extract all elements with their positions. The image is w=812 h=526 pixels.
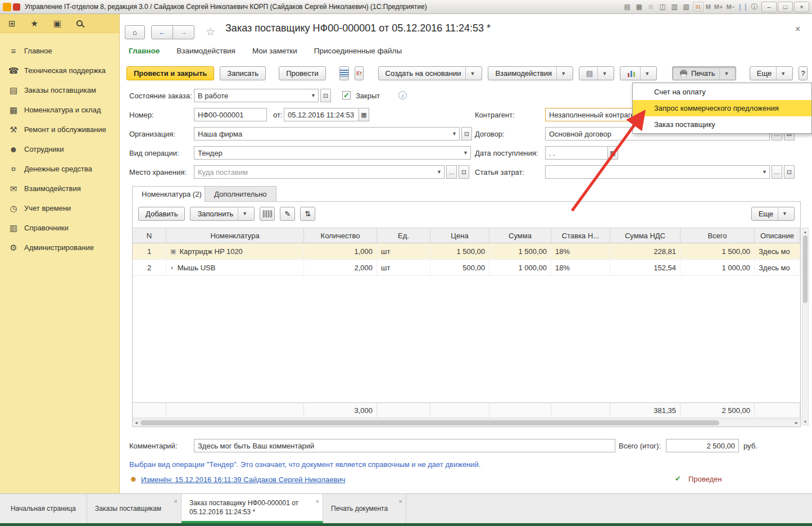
tab-close-icon[interactable]: × bbox=[174, 497, 178, 506]
scrollbar-thumb[interactable] bbox=[803, 235, 808, 303]
vertical-scrollbar[interactable]: ▲ ▼ bbox=[802, 228, 809, 425]
memory-store-button[interactable]: M bbox=[706, 3, 711, 10]
add-row-button[interactable]: Добавить bbox=[138, 207, 185, 221]
cost-item-ellipsis-button[interactable]: … bbox=[772, 165, 782, 179]
favorites-star-icon[interactable]: ★ bbox=[31, 19, 38, 29]
storage-open-button[interactable]: ⊡ bbox=[459, 165, 469, 179]
sidebar-item-main[interactable]: ≡ Главное bbox=[0, 41, 119, 61]
modified-link[interactable]: Изменён: 15.12.2016 16:11:39 Сайдаков Се… bbox=[141, 475, 345, 484]
info-menu-icon[interactable]: ⓘ bbox=[749, 2, 760, 12]
print-button[interactable]: Печать ▼ bbox=[672, 66, 737, 80]
col-quantity[interactable]: Количество bbox=[304, 228, 377, 243]
sidebar-item-repair[interactable]: ⚒ Ремонт и обслуживание bbox=[0, 120, 119, 139]
date-calendar-button[interactable]: ▦ bbox=[359, 108, 369, 121]
col-vat-amount[interactable]: Сумма НДС bbox=[610, 228, 681, 243]
col-amount[interactable]: Сумма bbox=[489, 228, 551, 243]
scroll-right-icon[interactable]: ► bbox=[793, 419, 800, 427]
sidebar-item-nomenclature[interactable]: ▦ Номенклатура и склад bbox=[0, 100, 119, 120]
post-button[interactable]: Провести bbox=[279, 66, 326, 80]
maximize-button[interactable]: □ bbox=[778, 2, 793, 12]
minimize-button[interactable]: – bbox=[761, 2, 777, 12]
menu-item-supplier-order[interactable]: Заказ поставщику bbox=[633, 116, 811, 133]
dtkt-icon[interactable]: Кт bbox=[355, 66, 364, 80]
list-icon[interactable]: ▥ bbox=[669, 2, 680, 12]
documents-icon[interactable]: ▤ bbox=[622, 2, 633, 12]
grid-icon[interactable]: ▧ bbox=[681, 2, 692, 12]
search-icon[interactable] bbox=[76, 20, 83, 26]
more-button[interactable]: Еще ▼ bbox=[750, 66, 793, 80]
table-icon[interactable]: ▦ bbox=[634, 2, 645, 12]
scrollbar-thumb[interactable] bbox=[140, 420, 719, 425]
grand-total-field[interactable]: 2 500,00 bbox=[666, 439, 739, 452]
organization-open-button[interactable]: ⊡ bbox=[461, 127, 472, 140]
favorite-star-icon[interactable]: ☆ bbox=[206, 25, 215, 38]
sidebar-item-catalogs[interactable]: ▥ Справочники bbox=[0, 218, 119, 238]
reports-menu-button[interactable]: ▼ bbox=[620, 66, 657, 80]
col-unit[interactable]: Ед. bbox=[377, 228, 430, 243]
horizontal-scrollbar[interactable]: ◄ ► bbox=[133, 419, 800, 427]
chevron-down-icon[interactable]: ▼ bbox=[452, 131, 457, 137]
chevron-down-icon[interactable]: ▼ bbox=[437, 169, 442, 175]
storage-field[interactable]: Куда поставим ▼ bbox=[194, 165, 444, 179]
form-close-icon[interactable]: × bbox=[795, 24, 800, 34]
tab-close-icon[interactable]: × bbox=[399, 497, 402, 506]
grid-more-button[interactable]: Еще ▼ bbox=[751, 207, 795, 221]
col-total[interactable]: Всего bbox=[681, 228, 755, 243]
tab-interactions[interactable]: Взаимодействия bbox=[176, 47, 235, 57]
col-description[interactable]: Описание bbox=[755, 228, 800, 243]
chevron-down-icon[interactable]: ▼ bbox=[762, 169, 767, 175]
create-document-menu-button[interactable]: ▤ ▼ bbox=[579, 66, 614, 80]
info-icon[interactable]: i bbox=[398, 91, 407, 99]
memory-add-button[interactable]: M+ bbox=[714, 3, 723, 10]
back-button[interactable]: ← bbox=[151, 25, 173, 39]
interactions-button[interactable]: Взаимодействия ▼ bbox=[488, 66, 573, 80]
chevron-down-icon[interactable]: ▼ bbox=[311, 93, 316, 98]
menu-item-invoice[interactable]: Счет на оплату bbox=[633, 84, 811, 100]
forward-button[interactable]: → bbox=[173, 25, 194, 39]
taskbar-tab-print-document[interactable]: Печать документа × bbox=[323, 494, 406, 523]
scroll-down-icon[interactable]: ▼ bbox=[802, 418, 808, 425]
sidebar-item-money[interactable]: ¤ Денежные средства bbox=[0, 159, 119, 179]
taskbar-tab-start-page[interactable]: Начальная страница bbox=[0, 494, 87, 523]
sections-menu-icon[interactable]: ⊞ bbox=[8, 19, 16, 29]
tab-additional[interactable]: Дополнительно bbox=[205, 186, 276, 202]
history-windows-icon[interactable]: ▣ bbox=[53, 19, 61, 29]
state-open-button[interactable]: ⊡ bbox=[320, 89, 331, 102]
date-field[interactable]: 05.12.2016 11:24:53 bbox=[284, 108, 359, 121]
taskbar-tab-supplier-orders[interactable]: Заказы поставщикам × bbox=[87, 494, 182, 523]
tab-main[interactable]: Главное bbox=[129, 47, 160, 57]
window-panel-icon[interactable]: ◫ bbox=[657, 2, 668, 12]
col-vat-rate[interactable]: Ставка Н... bbox=[551, 228, 610, 243]
split-panel-icon[interactable]: ❘❘ bbox=[737, 2, 748, 12]
tab-close-icon[interactable]: × bbox=[316, 497, 319, 506]
tab-my-notes[interactable]: Мои заметки bbox=[252, 47, 297, 57]
menu-item-commercial-offer-request[interactable]: Запрос коммерческого предложения bbox=[633, 100, 811, 116]
comment-field[interactable]: Здесь мог быть Ваш комментарий bbox=[194, 439, 615, 452]
help-button[interactable]: ? bbox=[799, 66, 808, 80]
storage-ellipsis-button[interactable]: … bbox=[446, 165, 457, 179]
barcode-icon[interactable] bbox=[260, 207, 275, 221]
write-button[interactable]: Записать bbox=[220, 66, 266, 80]
state-field[interactable]: В работе ▼ bbox=[194, 89, 319, 102]
post-and-close-button[interactable]: Провести и закрыть bbox=[126, 66, 214, 80]
favorites-icon[interactable]: ☆ bbox=[646, 2, 656, 12]
home-button[interactable]: ⌂ bbox=[125, 25, 145, 39]
col-price[interactable]: Цена bbox=[430, 228, 489, 243]
receipt-date-field[interactable]: . . bbox=[545, 146, 608, 160]
taskbar-tab-supplier-order-doc[interactable]: Заказ поставщику НФ00-000001 от 05.12.20… bbox=[182, 494, 323, 523]
pencil-icon[interactable]: ✎ bbox=[280, 207, 295, 221]
organization-field[interactable]: Наша фирма ▼ bbox=[194, 127, 460, 140]
tab-nomenclature[interactable]: Номенклатура (2) bbox=[132, 186, 211, 202]
col-nomenclature[interactable]: Номенклатура bbox=[166, 228, 304, 243]
window-close-button[interactable]: × bbox=[794, 2, 809, 12]
table-row[interactable]: 1 ▣Картридж HP 1020 1,000 шт 1 500,00 1 … bbox=[133, 243, 800, 260]
fill-button[interactable]: Заполнить ▼ bbox=[190, 207, 255, 221]
scroll-left-icon[interactable]: ◄ bbox=[133, 419, 140, 427]
document-movements-icon[interactable] bbox=[339, 66, 349, 80]
tab-attached-files[interactable]: Присоединенные файлы bbox=[314, 47, 402, 57]
cost-item-open-button[interactable]: ⊡ bbox=[784, 165, 795, 179]
scroll-up-icon[interactable]: ▲ bbox=[802, 228, 808, 235]
sidebar-item-administration[interactable]: ⚙ Администрирование bbox=[0, 238, 119, 257]
sidebar-item-supplier-orders[interactable]: ▤ Заказы поставщикам bbox=[0, 80, 119, 100]
chevron-down-icon[interactable]: ▼ bbox=[463, 150, 468, 156]
